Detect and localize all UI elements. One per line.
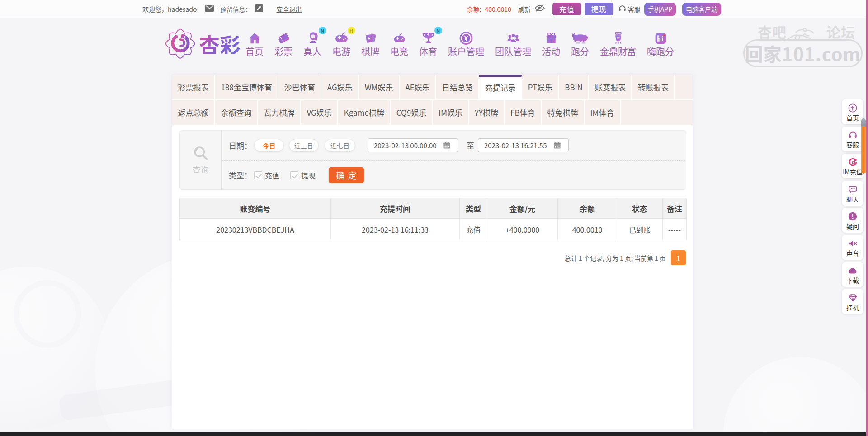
sound-muted-icon <box>848 239 858 248</box>
tab-fandian[interactable]: 返点总额 <box>172 100 215 125</box>
nav-item-account[interactable]: 账户管理 <box>448 29 484 56</box>
tab-wm[interactable]: WM娱乐 <box>359 75 400 99</box>
cell-status: 已到账 <box>617 219 663 240</box>
sidebar-item-download[interactable]: 下载 <box>842 262 863 287</box>
calendar-icon[interactable] <box>553 141 561 149</box>
team-icon <box>506 29 521 45</box>
tab-zhangbian[interactable]: 账变报表 <box>589 75 632 99</box>
nav-item-live[interactable]: N 真人 <box>303 29 321 56</box>
nav-badge: N <box>319 27 326 34</box>
tab-chongti-jilu[interactable]: 充提记录 <box>479 75 522 99</box>
tab-row-1: 彩票报表 188金宝博体育 沙巴体育 AG娱乐 WM娱乐 AE娱乐 日结总览 充… <box>172 75 693 100</box>
nav-item-lottery[interactable]: 彩票 <box>274 29 292 56</box>
topbar-left: 欢迎您，hadesado 预留信息： 安全退出 <box>142 0 302 18</box>
esports-gamepad-icon <box>392 29 406 45</box>
tab-shaba[interactable]: 沙巴体育 <box>278 75 321 99</box>
refresh-link[interactable]: 刷新 <box>518 5 531 14</box>
type-deposit-checkbox[interactable]: 充值 <box>254 170 279 181</box>
tab-ag[interactable]: AG娱乐 <box>321 75 359 99</box>
tab-tetu[interactable]: 特兔棋牌 <box>542 100 585 125</box>
nav-item-activity[interactable]: 活动 <box>542 29 560 56</box>
nav-badge: N <box>434 27 442 34</box>
calendar-icon[interactable] <box>443 141 451 149</box>
cell-time: 2023-02-13 16:11:33 <box>331 219 460 240</box>
tab-filler <box>621 100 693 125</box>
date-from-input[interactable] <box>368 141 443 150</box>
deposit-button[interactable]: 充值 <box>552 3 581 15</box>
tab-bbin[interactable]: BBIN <box>559 75 590 99</box>
tab-vg[interactable]: VG娱乐 <box>301 100 338 125</box>
nav-item-hipaofen[interactable]: 嗨跑分 <box>647 29 674 56</box>
footer-bar <box>0 432 868 436</box>
sidebar-item-service[interactable]: 客服 <box>842 127 863 151</box>
hi-icon <box>654 29 668 45</box>
sports-trophy-icon: N <box>421 29 436 45</box>
sidebar-item-sound[interactable]: 声音 <box>842 235 863 260</box>
pc-client-button[interactable]: 电脑客户端 <box>682 3 721 16</box>
sidebar-item-chat[interactable]: 聊天 <box>842 181 863 206</box>
logout-link[interactable]: 安全退出 <box>276 5 302 14</box>
decor-swirl <box>14 280 81 348</box>
page-1-button[interactable]: 1 <box>671 250 686 265</box>
sidebar-item-home[interactable]: 首页 <box>842 99 863 124</box>
withdraw-button[interactable]: 提现 <box>585 3 613 15</box>
nav-item-jinding[interactable]: 金鼎财富 <box>600 29 636 56</box>
egames-gamepad-icon: H <box>334 29 349 45</box>
scrollbar-thumb-body <box>861 126 866 174</box>
edit-icon[interactable] <box>255 4 263 14</box>
tab-cq9[interactable]: CQ9娱乐 <box>391 100 433 125</box>
tab-im-yule[interactable]: IM娱乐 <box>433 100 469 125</box>
scrollbar-thumb[interactable] <box>861 118 866 174</box>
balance-value: 400.0010 <box>485 5 511 14</box>
range-today-pill[interactable]: 今日 <box>254 139 284 152</box>
eye-slash-icon[interactable] <box>534 4 545 14</box>
mobile-app-button[interactable]: 手机APP <box>644 3 676 16</box>
nav-item-esports[interactable]: 电竞 <box>390 29 408 56</box>
tab-yy[interactable]: YY棋牌 <box>469 100 505 125</box>
mail-icon[interactable] <box>205 5 214 14</box>
tab-fb[interactable]: FB体育 <box>505 100 542 125</box>
range-7days-pill[interactable]: 近七日 <box>325 139 355 152</box>
site-logo[interactable]: 杏彩 <box>165 28 241 60</box>
col-status: 状态 <box>617 198 663 219</box>
tab-zhuanzhang[interactable]: 转账报表 <box>632 75 675 99</box>
sidebar-item-question[interactable]: 疑问 <box>842 208 863 233</box>
tab-yuer-chaxun[interactable]: 余额查询 <box>215 100 258 125</box>
tab-188jinbaobo[interactable]: 188金宝博体育 <box>215 75 278 99</box>
top-circle-icon <box>848 103 858 113</box>
nav-item-sports[interactable]: N 体育 <box>419 29 437 56</box>
to-label: 至 <box>467 140 474 151</box>
nav-item-paofen[interactable]: 跑分 <box>571 29 589 56</box>
nav-item-home[interactable]: 首页 <box>245 29 264 56</box>
tab-kgame[interactable]: Kgame棋牌 <box>338 100 391 125</box>
tab-rijie[interactable]: 日结总览 <box>436 75 479 99</box>
tab-wali[interactable]: 瓦力棋牌 <box>258 100 301 125</box>
watermark-site-box: 回家101.com <box>743 39 863 67</box>
nav-item-cards[interactable]: 棋牌 <box>361 29 379 56</box>
table-row: 20230213VBBDCBEJHA 2023-02-13 16:11:33 充… <box>180 219 687 240</box>
rhino-icon <box>571 29 589 45</box>
watermark-word-right: 论坛 <box>826 21 855 42</box>
cell-change-id: 20230213VBBDCBEJHA <box>180 219 331 240</box>
filter-type-row: 类型： 充值 提现 确定 <box>222 160 686 190</box>
records-table: 账变编号 充提时间 类型 金额/元 余额 状态 备注 20230213VBBDC… <box>179 198 687 240</box>
sidebar-item-im-recharge[interactable]: IM充值 <box>842 154 863 178</box>
tab-ae[interactable]: AE娱乐 <box>400 75 436 99</box>
headset-icon <box>618 5 626 14</box>
tab-pt[interactable]: PT娱乐 <box>522 75 559 99</box>
tab-caipiao-baobiao[interactable]: 彩票报表 <box>172 75 215 99</box>
confirm-button[interactable]: 确定 <box>329 167 364 183</box>
cell-type: 充值 <box>460 219 487 240</box>
nav-item-team[interactable]: 团队管理 <box>495 29 531 56</box>
sidebar-item-hangup[interactable]: 挂机 <box>842 289 863 314</box>
range-3days-pill[interactable]: 近三日 <box>289 139 319 152</box>
logo-text: 杏彩 <box>199 33 241 54</box>
date-to-input[interactable] <box>478 141 553 150</box>
nav-item-egames[interactable]: H 电游 <box>332 29 350 56</box>
tab-im-tiyu[interactable]: IM体育 <box>585 100 621 125</box>
topbar: 欢迎您，hadesado 预留信息： 安全退出 余额: 400.0010 刷新 … <box>0 0 868 18</box>
type-withdraw-checkbox[interactable]: 提现 <box>290 170 316 181</box>
service-link[interactable]: 客服 <box>628 5 641 14</box>
cell-balance: 400.0010 <box>558 219 617 240</box>
cards-icon <box>363 29 377 45</box>
